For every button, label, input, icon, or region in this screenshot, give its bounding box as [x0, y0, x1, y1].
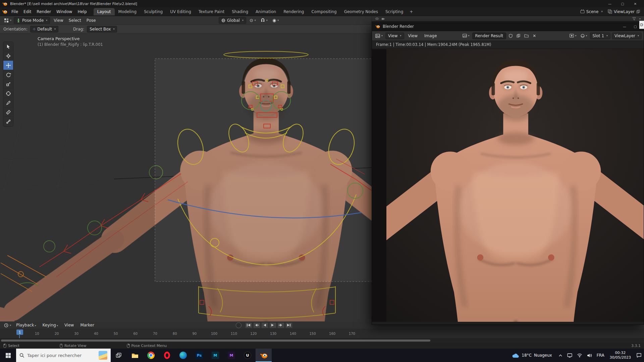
prev-keyframe-button[interactable]: [253, 322, 260, 328]
play-button[interactable]: [269, 322, 276, 328]
fake-user-button[interactable]: [507, 33, 514, 39]
display-channels-button[interactable]: ▾: [568, 33, 578, 38]
new-image-button[interactable]: [515, 33, 522, 38]
tool-transform[interactable]: [3, 89, 13, 98]
scene-unlink-icon[interactable]: ✕: [601, 10, 603, 13]
workspace-tab[interactable]: UV Editing: [166, 8, 195, 15]
jump-to-start-button[interactable]: [245, 322, 252, 328]
tool-scale[interactable]: [3, 79, 13, 89]
workspace-tab[interactable]: Texture Paint: [195, 8, 228, 15]
tray-network-button[interactable]: [575, 349, 585, 362]
viewport-menu[interactable]: View: [51, 17, 66, 24]
workspace-tab[interactable]: Modeling: [115, 8, 141, 15]
scrollbar-thumb[interactable]: [1, 340, 430, 342]
render-menu-image[interactable]: Image: [422, 33, 440, 39]
minimize-button[interactable]: —: [603, 0, 616, 7]
start-button[interactable]: [0, 349, 16, 362]
render-minimize-button[interactable]: —: [620, 22, 630, 31]
tool-move[interactable]: [3, 61, 13, 70]
timeline-menu-playback[interactable]: Playback▾: [13, 322, 39, 328]
render-window[interactable]: Blender Render — ▢ ▾ View ▾ View Image: [372, 21, 644, 325]
jump-to-end-button[interactable]: [285, 322, 292, 328]
render-slot-dropdown[interactable]: Slot 1 ▾: [590, 33, 610, 39]
task-view-button[interactable]: [111, 349, 127, 362]
timeline-menu-view[interactable]: View: [62, 322, 76, 328]
notification-center-button[interactable]: [634, 349, 644, 362]
workspace-tab[interactable]: Scripting: [382, 8, 407, 15]
strip-caret-icon[interactable]: ▾: [639, 17, 641, 20]
copy-icon[interactable]: [636, 10, 640, 13]
workspace-tab[interactable]: Rendering: [280, 8, 308, 15]
editor-type-button[interactable]: ▾: [3, 17, 13, 23]
play-reverse-button[interactable]: [261, 322, 268, 328]
frame-ruler[interactable]: 1020304050607080901001101201301401501601…: [0, 329, 644, 339]
proportional-edit-button[interactable]: ◉▾: [271, 17, 280, 23]
tool-tweak-select[interactable]: [3, 42, 13, 51]
designer-button[interactable]: M: [223, 349, 239, 362]
image-name-field[interactable]: Render Result: [472, 33, 506, 39]
photoshop-button[interactable]: Ps: [191, 349, 207, 362]
opera-button[interactable]: [159, 349, 175, 362]
viewlayer-selector[interactable]: ViewLayer: [608, 9, 640, 14]
blender-app-icon[interactable]: [2, 9, 7, 14]
menubar-menu[interactable]: Help: [75, 8, 89, 15]
render-window-titlebar[interactable]: Blender Render — ▢: [372, 22, 644, 31]
eye-icon[interactable]: [375, 17, 379, 20]
blender-taskbar-button[interactable]: [256, 349, 272, 362]
render-result-image[interactable]: [386, 49, 644, 322]
workspace-tab[interactable]: Layout: [94, 8, 115, 15]
language-indicator[interactable]: FRA: [594, 349, 607, 362]
open-image-button[interactable]: [523, 33, 530, 38]
workspace-tab[interactable]: Geometry Nodes: [340, 8, 382, 15]
transform-orientation-dropdown[interactable]: Global ▾: [219, 17, 246, 24]
view-transform-button[interactable]: ▾: [579, 33, 589, 39]
workspace-tab[interactable]: Sculpting: [140, 8, 166, 15]
browse-image-button[interactable]: ▾: [461, 33, 471, 38]
search-highlight-thumbnail[interactable]: [99, 351, 107, 360]
auto-key-record-button[interactable]: [236, 322, 241, 328]
tray-volume-button[interactable]: [585, 349, 594, 362]
viewport-menu[interactable]: Select: [66, 17, 84, 24]
next-keyframe-button[interactable]: [277, 322, 284, 328]
horizontal-scrollbar[interactable]: [0, 339, 644, 343]
tool-measure[interactable]: [3, 108, 13, 117]
viewport-menu[interactable]: Pose: [84, 17, 99, 24]
file-explorer-button[interactable]: [127, 349, 143, 362]
maximize-button[interactable]: ▢: [616, 0, 629, 7]
render-menu-view[interactable]: View: [406, 33, 420, 39]
tray-display-button[interactable]: [565, 349, 575, 362]
menubar-menu[interactable]: Edit: [21, 8, 34, 15]
tool-annotate[interactable]: [3, 98, 13, 108]
filter-funnel-icon[interactable]: [632, 17, 636, 20]
workspace-tab[interactable]: Shading: [228, 8, 252, 15]
menubar-menu[interactable]: Render: [34, 8, 54, 15]
taskbar-clock[interactable]: 00:32 30/05/2023: [607, 349, 634, 362]
workspace-tab[interactable]: Animation: [252, 8, 280, 15]
unlink-image-button[interactable]: ✕: [531, 33, 537, 39]
menubar-menu[interactable]: File: [9, 8, 21, 15]
timeline-menu-marker[interactable]: Marker: [77, 322, 97, 328]
render-layer-dropdown[interactable]: ViewLayer ▾: [612, 33, 642, 39]
mode-dropdown[interactable]: Pose Mode ▾: [14, 17, 50, 24]
weather-widget[interactable]: 18°C Nuageux: [508, 353, 556, 358]
camera-small-icon[interactable]: [381, 17, 385, 20]
hidden-icons-button[interactable]: [556, 349, 565, 362]
taskbar-search-box[interactable]: [16, 349, 111, 362]
snap-toggle-button[interactable]: ▾: [259, 17, 269, 23]
timeline-editor-type-button[interactable]: ▾: [3, 322, 12, 328]
playhead-current-frame[interactable]: 1: [16, 329, 23, 335]
unreal-button[interactable]: U: [239, 349, 256, 362]
scene-selector[interactable]: Scene ✕: [580, 9, 603, 14]
add-workspace-button[interactable]: +: [407, 8, 416, 15]
tool-rotate[interactable]: [3, 70, 13, 79]
maya-button[interactable]: M: [207, 349, 223, 362]
timeline-menu-keying[interactable]: Keying▾: [40, 322, 61, 328]
search-input[interactable]: [27, 353, 94, 358]
tool-pose-breakdowner[interactable]: [3, 117, 13, 126]
drag-setting-dropdown[interactable]: Select Box ▾: [87, 26, 117, 33]
browser-button[interactable]: [175, 349, 191, 362]
render-result-view[interactable]: [372, 49, 644, 322]
render-maximize-button[interactable]: ▢: [630, 22, 640, 31]
chrome-button[interactable]: [143, 349, 159, 362]
close-button[interactable]: ✕: [629, 0, 642, 7]
